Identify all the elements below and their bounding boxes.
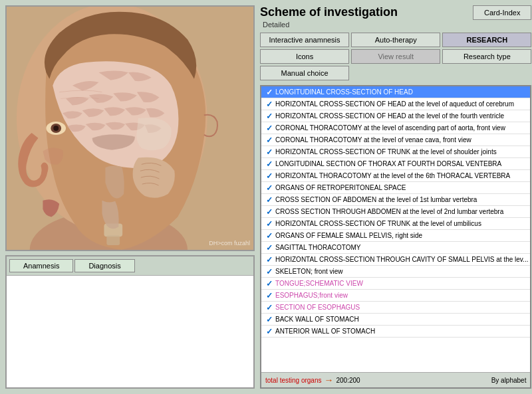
item-text: SECTION OF ESOPHAGUS — [275, 303, 528, 312]
footer-sort[interactable]: By alphabet — [491, 377, 527, 384]
footer-label: total testing organs — [265, 377, 322, 384]
item-text: TONGUE;SCHEMATIC VIEW — [275, 279, 528, 288]
list-item[interactable]: ✓ANTERIOR WALL OF STOMACH — [261, 326, 530, 338]
main-container: DH>com fuzahl Anamnesis Diagnosis Scheme… — [0, 0, 532, 394]
list-item[interactable]: ✓BACK WALL OF STOMACH — [261, 314, 530, 326]
item-text: HORIZONTAL CROSS-SECTION OF TRUNK at the… — [275, 219, 528, 228]
list-item[interactable]: ✓HORIZONTAL CROSS-SECTION OF TRUNK at th… — [261, 146, 530, 158]
diagnosis-tab[interactable]: Diagnosis — [74, 259, 134, 272]
checkmark-icon: ✓ — [266, 124, 273, 133]
item-text: CROSS SECTION THROUGH ABDOMEN at the lev… — [275, 207, 528, 216]
research-button[interactable]: RESEARCH — [442, 33, 531, 47]
list-item[interactable]: ✓HORIZONTAL CROSS-SECTION THROUGH CAVITY… — [261, 254, 530, 266]
checkmark-icon: ✓ — [266, 231, 273, 241]
brain-image: DH>com fuzahl — [5, 5, 255, 251]
list-item[interactable]: ✓LONGITUDINAL SECTION OF THORAX AT FOURT… — [261, 158, 530, 170]
list-item[interactable]: ✓HORIZONTAL CROSS-SECTION OF HEAD at the… — [261, 98, 530, 110]
list-item[interactable]: ✓LONGITUDINAL CROSS-SECTION OF HEAD — [261, 86, 530, 98]
left-panel: DH>com fuzahl Anamnesis Diagnosis — [5, 5, 255, 389]
checkbox-col: ✓ — [263, 112, 275, 121]
list-item[interactable]: ✓ORGANS OF RETROPERITONEAL SPACE — [261, 182, 530, 194]
item-text: CORONAL THORACOTOMY at the level of vena… — [275, 136, 528, 144]
checkbox-col: ✓ — [263, 243, 275, 252]
bottom-content-area — [7, 275, 253, 387]
item-text: CORONAL THORACOTOMY at the level of asce… — [275, 124, 528, 132]
list-item[interactable]: ✓HORIZONTAL THORACOTOMY at the level of … — [261, 170, 530, 182]
page-title: Scheme of investigation — [260, 5, 398, 19]
item-text: SKELETON; front view — [275, 267, 528, 276]
checkbox-col: ✓ — [263, 267, 275, 276]
checkbox-col: ✓ — [263, 279, 275, 288]
item-text: HORIZONTAL CROSS-SECTION OF HEAD at the … — [275, 112, 528, 120]
checkbox-col: ✓ — [263, 255, 275, 264]
organs-list-container: ✓LONGITUDINAL CROSS-SECTION OF HEAD✓HORI… — [260, 85, 531, 389]
item-text: HORIZONTAL THORACOTOMY at the level of t… — [275, 171, 528, 180]
list-footer: total testing organs → 200:200 By alphab… — [261, 372, 530, 387]
checkbox-col: ✓ — [263, 327, 275, 336]
list-item[interactable]: ✓CROSS SECTION OF ABDOMEN at the level o… — [261, 194, 530, 206]
list-item[interactable]: ✓CORONAL THORACOTOMY at the level of ven… — [261, 134, 530, 146]
checkmark-icon: ✓ — [266, 100, 273, 109]
footer-arrow-icon: → — [325, 375, 334, 385]
list-item[interactable]: ✓SAGITTAL THORACOTOMY — [261, 242, 530, 254]
item-text: ORGANS OF FEMALE SMALL PELVIS, right sid… — [275, 231, 528, 240]
checkmark-icon: ✓ — [266, 171, 273, 181]
footer-count: 200:200 — [336, 377, 360, 384]
checkmark-icon: ✓ — [266, 327, 273, 336]
anamnesis-tab[interactable]: Anamnesis — [9, 259, 73, 272]
checkbox-col: ✓ — [263, 231, 275, 241]
checkbox-col: ✓ — [263, 88, 275, 97]
title-section: Scheme of investigation Detailed — [260, 5, 398, 29]
bottom-tab-bar: Anamnesis Diagnosis — [7, 256, 253, 275]
svg-point-5 — [53, 126, 59, 131]
checkbox-col: ✓ — [263, 148, 275, 157]
auto-therapy-button[interactable]: Auto-therapy — [351, 33, 440, 47]
list-item[interactable]: ✓SECTION OF ESOPHAGUS — [261, 302, 530, 314]
item-text: BACK WALL OF STOMACH — [275, 315, 528, 324]
item-text: LONGITUDINAL CROSS-SECTION OF HEAD — [275, 88, 528, 96]
research-type-button[interactable]: Research type — [442, 49, 531, 64]
card-index-button[interactable]: Card-Index — [473, 5, 531, 20]
checkmark-icon: ✓ — [266, 303, 273, 312]
checkmark-icon: ✓ — [266, 88, 273, 97]
checkmark-icon: ✓ — [266, 267, 273, 276]
manual-choice-button[interactable]: Manual choice — [260, 66, 349, 80]
checkmark-icon: ✓ — [266, 183, 273, 193]
checkbox-col: ✓ — [263, 315, 275, 324]
item-text: ESOPHAGUS;front view — [275, 291, 528, 300]
icons-button[interactable]: Icons — [260, 49, 349, 64]
checkmark-icon: ✓ — [266, 279, 273, 288]
list-item[interactable]: ✓TONGUE;SCHEMATIC VIEW — [261, 278, 530, 290]
checkmark-icon: ✓ — [266, 207, 273, 217]
checkmark-icon: ✓ — [266, 136, 273, 145]
checkbox-col: ✓ — [263, 183, 275, 193]
organs-list-scroll[interactable]: ✓LONGITUDINAL CROSS-SECTION OF HEAD✓HORI… — [261, 86, 530, 372]
list-item[interactable]: ✓HORIZONTAL CROSS-SECTION OF HEAD at the… — [261, 110, 530, 122]
checkmark-icon: ✓ — [266, 112, 273, 121]
list-item[interactable]: ✓CROSS SECTION THROUGH ABDOMEN at the le… — [261, 206, 530, 218]
item-text: LONGITUDINAL SECTION OF THORAX AT FOURTH… — [275, 159, 528, 168]
checkbox-col: ✓ — [263, 159, 275, 169]
item-text: SAGITTAL THORACOTOMY — [275, 243, 528, 252]
checkbox-col: ✓ — [263, 291, 275, 300]
right-header: Scheme of investigation Detailed Card-In… — [260, 5, 531, 29]
item-text: CROSS SECTION OF ABDOMEN at the level of… — [275, 195, 528, 204]
list-item[interactable]: ✓HORIZONTAL CROSS-SECTION OF TRUNK at th… — [261, 218, 530, 230]
list-item[interactable]: ✓SKELETON; front view — [261, 266, 530, 278]
checkbox-col: ✓ — [263, 303, 275, 312]
item-text: HORIZONTAL CROSS-SECTION THROUGH CAVITY … — [275, 255, 528, 264]
item-text: ORGANS OF RETROPERITONEAL SPACE — [275, 183, 528, 192]
list-item[interactable]: ✓ESOPHAGUS;front view — [261, 290, 530, 302]
checkmark-icon: ✓ — [266, 219, 273, 229]
checkbox-col: ✓ — [263, 124, 275, 133]
interactive-anamnesis-button[interactable]: Interactive anamnesis — [260, 33, 349, 47]
list-item[interactable]: ✓CORONAL THORACOTOMY at the level of asc… — [261, 122, 530, 134]
svg-rect-7 — [106, 235, 120, 245]
checkbox-col: ✓ — [263, 100, 275, 109]
list-item[interactable]: ✓ORGANS OF FEMALE SMALL PELVIS, right si… — [261, 230, 530, 242]
checkmark-icon: ✓ — [266, 291, 273, 300]
watermark: DH>com fuzahl — [209, 240, 250, 246]
checkmark-icon: ✓ — [266, 148, 273, 157]
checkbox-col: ✓ — [263, 171, 275, 181]
view-result-button[interactable]: View result — [351, 49, 440, 64]
